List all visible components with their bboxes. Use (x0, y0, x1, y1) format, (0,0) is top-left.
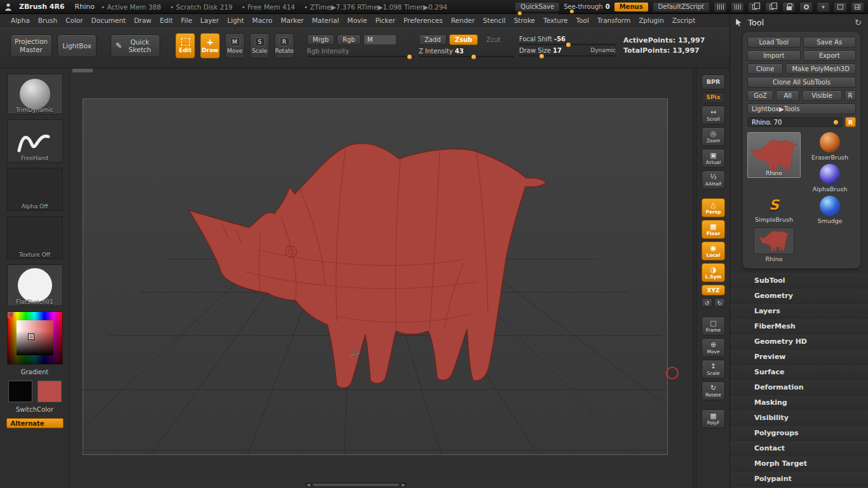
secondary-color-swatch[interactable] (37, 381, 62, 402)
import-button[interactable]: Import (747, 50, 801, 61)
menu-item[interactable]: Texture (541, 15, 569, 25)
tool-section-header[interactable]: Contact (730, 441, 868, 456)
tool-section-header[interactable]: Morph Target (730, 456, 868, 471)
menu-item[interactable]: Macro (250, 15, 275, 25)
polyframe-button[interactable]: ▦PolyF (702, 409, 725, 428)
tool-section-header[interactable]: Surface (730, 365, 868, 380)
make-polymesh3d-button[interactable]: Make PolyMesh3D (785, 64, 856, 74)
export-button[interactable]: Export (803, 50, 857, 61)
menu-item[interactable]: Material (310, 15, 341, 25)
dynamic-label[interactable]: Dynamic (590, 47, 616, 53)
menu-item[interactable]: Alpha (9, 15, 32, 25)
lightbox-tools-button[interactable]: Lightbox▶Tools (747, 104, 856, 114)
clone-button[interactable]: Clone (747, 64, 783, 74)
tool-section-header[interactable]: Geometry (730, 288, 868, 304)
menu-item[interactable]: Light (226, 15, 246, 25)
tool-section-header[interactable]: Polypaint (730, 471, 868, 487)
menu-item[interactable]: Preferences (402, 15, 445, 25)
zadd-button[interactable]: Zadd (419, 34, 447, 45)
current-material-selector[interactable]: FlatSketch01 (7, 264, 63, 306)
record-icon[interactable] (799, 2, 813, 12)
zsub-button[interactable]: Zsub (449, 34, 478, 45)
menu-item[interactable]: Render (449, 15, 477, 25)
move-view-button[interactable]: ⊕Move (702, 338, 725, 357)
scroll-left-icon[interactable]: ◀ (307, 482, 310, 487)
rotate-mode-button[interactable]: R Rotate (275, 33, 294, 58)
canvas-vertical-scrollbar[interactable] (692, 69, 696, 488)
goz-button[interactable]: GoZ (747, 90, 773, 101)
clone-all-subtools-button[interactable]: Clone All SubTools (747, 77, 856, 88)
default-zscript-button[interactable]: DefaultZScript (653, 2, 710, 12)
tool-thumb-smudge[interactable]: Smudge (804, 196, 856, 224)
zoom-doc-button[interactable]: ◎Zoom (702, 127, 725, 146)
quicksave-button[interactable]: QuickSave (515, 2, 560, 12)
rgb-intensity-slider[interactable]: Rgb Intensity (307, 48, 414, 57)
seethrough-slider[interactable] (565, 11, 609, 12)
menu-item[interactable]: Stencil (481, 15, 508, 25)
gradient-label[interactable]: Gradient (21, 369, 49, 376)
quick-sketch-button[interactable]: ✎ Quick Sketch (111, 34, 160, 57)
projection-master-button[interactable]: Projection Master (10, 34, 52, 57)
switch-color-button[interactable]: SwitchColor (16, 406, 53, 413)
mrgb-button[interactable]: Mrgb (307, 34, 334, 45)
material-quick-field[interactable]: M (363, 34, 397, 45)
z-intensity-slider[interactable]: Z Intensity 43 (419, 48, 514, 57)
goz-all-button[interactable]: All (776, 90, 799, 101)
paste-document-icon[interactable] (765, 2, 778, 12)
goz-r-button[interactable]: R (844, 90, 856, 101)
copy-document-icon[interactable] (748, 2, 761, 12)
spin-right-icon[interactable]: ↻ (714, 298, 725, 308)
tool-section-header[interactable]: Geometry HD (730, 334, 868, 349)
spix-button[interactable]: SPix (702, 92, 725, 103)
tool-thumb-alphabrush[interactable]: AlphaBrush (804, 164, 856, 193)
tool-section-header[interactable]: FiberMesh (730, 319, 868, 334)
scene-svg[interactable] (70, 69, 696, 488)
menu-item[interactable]: Color (64, 15, 85, 25)
color-cursor-icon[interactable] (29, 334, 34, 339)
tool-thumb-eraserbrush[interactable]: EraserBrush (804, 132, 856, 161)
goz-visible-button[interactable]: Visible (802, 90, 842, 101)
tool-section-header[interactable]: Layers (730, 304, 868, 319)
current-alpha-selector[interactable]: Alpha Off (7, 168, 63, 211)
cursor-arrow-icon[interactable] (735, 18, 743, 27)
window-restore-icon[interactable] (834, 2, 847, 12)
layout-grid-icon[interactable] (851, 2, 864, 12)
local-transform-toggle[interactable]: ◉Local (702, 241, 725, 261)
viewport-canvas[interactable]: ◀ ▶ (70, 69, 696, 488)
menu-item[interactable]: Draw (132, 15, 153, 25)
draw-mode-button[interactable]: + Draw (200, 33, 220, 58)
menu-item[interactable]: Layer (198, 15, 220, 25)
spin-left-icon[interactable]: ↺ (702, 298, 712, 308)
zcut-button[interactable]: Zcut (480, 34, 506, 45)
scale-mode-button[interactable]: S Scale (250, 33, 269, 58)
menu-item[interactable]: File (179, 15, 194, 25)
current-stroke-selector[interactable]: FreeHand (7, 119, 63, 163)
load-tool-button[interactable]: Load Tool (747, 37, 801, 48)
color-picker[interactable] (7, 311, 63, 365)
quicksave-slider[interactable] (516, 13, 559, 14)
refresh-icon[interactable]: ↻ (855, 18, 862, 27)
tool-section-header[interactable]: Visibility (730, 410, 868, 426)
tool-section-header[interactable]: SubTool (730, 273, 868, 288)
scroll-handle[interactable] (313, 484, 400, 486)
perspective-toggle[interactable]: △Persp (702, 198, 725, 217)
tool-section-header[interactable]: Masking (730, 395, 868, 410)
lightbox-button[interactable]: LightBox (57, 34, 97, 57)
picker-swatch-icon[interactable] (8, 312, 13, 318)
menu-item[interactable]: Movie (346, 15, 369, 25)
canvas-top-handle[interactable] (72, 69, 93, 72)
tool-thumb-simplebrush[interactable]: S SimpleBrush (747, 196, 801, 224)
rotate-view-button[interactable]: ↻Rotate (702, 381, 725, 400)
sliders-icon[interactable] (714, 2, 727, 12)
menu-item[interactable]: Brush (36, 15, 59, 25)
menu-item[interactable]: Picker (374, 15, 397, 25)
floor-grid-toggle[interactable]: ▦Floor (702, 220, 725, 239)
lock-icon[interactable] (782, 2, 796, 12)
actual-size-button[interactable]: ▣Actual (702, 149, 725, 168)
edit-mode-button[interactable]: Edit (175, 33, 195, 58)
scroll-right-icon[interactable]: ▶ (402, 482, 405, 487)
menu-item[interactable]: Zplugin (637, 15, 666, 25)
menu-item[interactable]: Marker (279, 15, 306, 25)
save-as-button[interactable]: Save As (803, 37, 857, 48)
bpr-render-button[interactable]: BPR (702, 74, 725, 90)
